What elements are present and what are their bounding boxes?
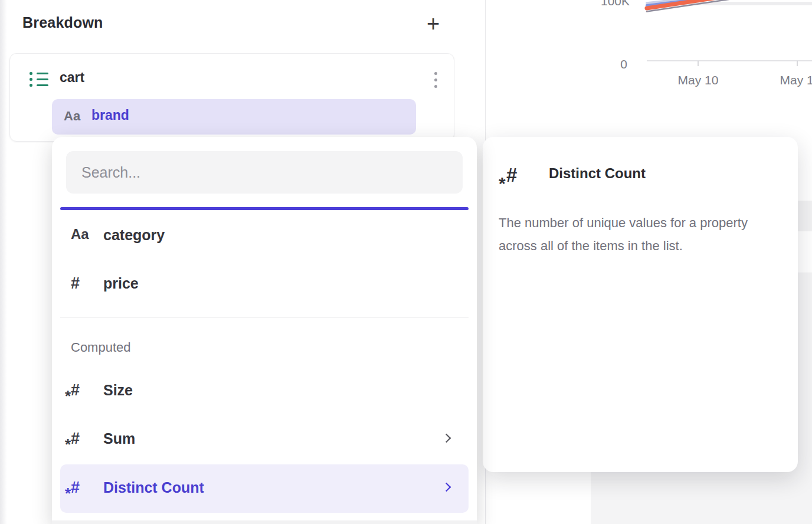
list-icon xyxy=(30,71,48,87)
computed-number-icon: *# xyxy=(71,430,97,448)
chevron-right-icon xyxy=(442,483,451,492)
line-chart[interactable]: 100K 0 May 10 May 15 xyxy=(486,0,812,100)
dropdown-item-label: Sum xyxy=(103,430,135,447)
dropdown-item-label: Distinct Count xyxy=(103,479,204,496)
breakdown-section-title: Breakdown xyxy=(22,14,103,31)
dropdown-footer-divider xyxy=(52,520,477,524)
text-property-icon: Aa xyxy=(64,109,80,124)
dropdown-item-size[interactable]: *# Size xyxy=(60,367,469,415)
computed-number-icon: *# xyxy=(71,381,97,399)
property-list[interactable]: Aa category # price Computed *# Size *# … xyxy=(52,210,477,524)
x-axis-label-may15: May 15 xyxy=(768,73,812,87)
selected-property-label: brand xyxy=(91,107,129,123)
number-property-icon: # xyxy=(71,274,97,293)
section-header-computed: Computed xyxy=(71,340,131,355)
dropdown-item-label: price xyxy=(103,275,139,292)
dropdown-item-label: category xyxy=(103,227,165,244)
text-property-icon: Aa xyxy=(71,226,97,243)
x-axis-label-may10: May 10 xyxy=(666,73,731,87)
dropdown-item-label: Size xyxy=(103,382,133,399)
cart-label: cart xyxy=(60,70,84,86)
dropdown-item-category[interactable]: Aa category xyxy=(60,212,469,260)
tooltip-header: *# xyxy=(506,164,517,190)
y-axis-label-100k: 100K xyxy=(588,0,630,8)
breakdown-section-header: Breakdown + xyxy=(22,14,459,35)
chart-canvas xyxy=(486,0,812,100)
computed-number-icon: *# xyxy=(506,164,517,186)
cart-row[interactable]: cart xyxy=(10,62,454,97)
kebab-menu-icon[interactable] xyxy=(425,67,446,93)
dropdown-item-distinct-count[interactable]: *# Distinct Count xyxy=(60,464,469,513)
distinct-count-tooltip: *# Distinct Count The number of unique v… xyxy=(483,137,798,472)
dropdown-item-price[interactable]: # price xyxy=(60,260,469,309)
add-breakdown-button[interactable]: + xyxy=(420,11,446,37)
y-axis-label-0: 0 xyxy=(586,57,627,71)
list-divider xyxy=(60,317,469,318)
chevron-right-icon xyxy=(442,434,451,443)
selected-property-brand[interactable]: Aa brand xyxy=(52,99,416,135)
tooltip-title: Distinct Count xyxy=(549,165,646,182)
tooltip-description: The number of unique values for a proper… xyxy=(499,211,787,257)
search-input[interactable] xyxy=(66,151,463,194)
dropdown-item-sum[interactable]: *# Sum xyxy=(60,415,469,464)
computed-number-icon: *# xyxy=(71,479,97,497)
property-dropdown: Aa category # price Computed *# Size *# … xyxy=(52,137,477,524)
